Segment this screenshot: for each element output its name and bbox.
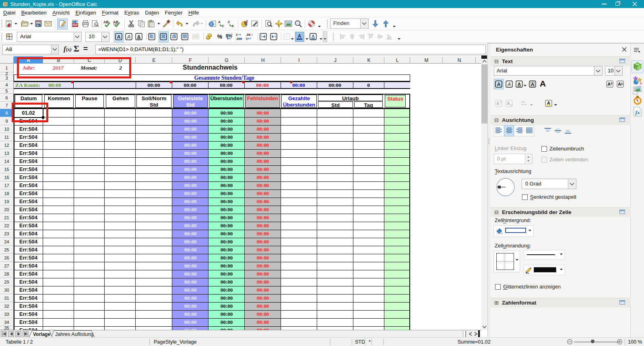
svg-text:0: 0 (246, 37, 248, 40)
svg-text:A: A (618, 82, 621, 86)
svg-text:A: A (547, 101, 550, 105)
svg-text:A: A (137, 34, 140, 39)
svg-text:Z: Z (222, 24, 224, 28)
svg-text:A: A (507, 101, 510, 106)
svg-text:A: A (117, 34, 121, 40)
svg-text:A: A (312, 34, 315, 39)
svg-text:.00: .00 (246, 33, 251, 37)
svg-text:A: A (607, 82, 611, 86)
svg-text:A: A (497, 82, 501, 87)
svg-text:0: 0 (236, 33, 238, 37)
svg-text:A: A (218, 20, 221, 24)
svg-text:A: A (507, 82, 511, 87)
svg-text:AB: AB (113, 20, 118, 24)
svg-text:0: 0 (251, 33, 253, 37)
svg-text:%: % (217, 33, 223, 40)
svg-text:A: A (298, 33, 301, 39)
svg-text:N: N (510, 104, 512, 107)
svg-text:A: A (496, 101, 500, 106)
svg-text:N: N (500, 101, 502, 103)
svg-text:A: A (231, 24, 234, 28)
svg-text:N: N (637, 96, 638, 98)
svg-text:PDF: PDF (72, 24, 78, 27)
svg-text:Z: Z (228, 20, 230, 24)
svg-text:.000: .000 (236, 37, 242, 40)
svg-text:AB: AB (103, 20, 109, 24)
svg-text:fx: fx (636, 109, 640, 115)
svg-text:A: A (518, 82, 521, 86)
svg-text:AV: AV (521, 100, 526, 104)
svg-text:A: A (127, 34, 130, 40)
